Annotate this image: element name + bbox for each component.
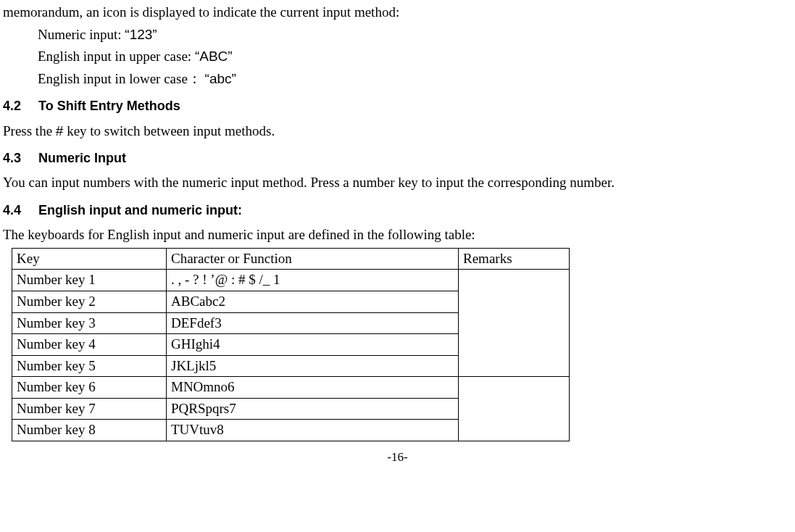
section-num: 4.3: [3, 149, 35, 167]
section-4-2-heading: 4.2 To Shift Entry Methods: [3, 97, 792, 115]
numeric-label: Numeric input:: [38, 27, 122, 42]
key-table: Key Character or Function Remarks Number…: [12, 248, 570, 441]
header-char: Character or Function: [167, 248, 459, 270]
cell-char: ABCabc2: [167, 291, 459, 312]
cell-char: . , - ? ! ’@ : # $ /_ 1: [167, 270, 459, 291]
document-page: memorandum, an icon is displayed to indi…: [3, 3, 792, 466]
cell-remarks: [459, 270, 570, 377]
header-key: Key: [12, 248, 167, 270]
lower-input-line: English input in lower case： “abc”: [3, 70, 792, 89]
cell-key: Number key 2: [12, 291, 167, 312]
upper-label: English input in upper case:: [38, 49, 191, 64]
section-title: English input and numeric input:: [38, 203, 242, 217]
cell-key: Number key 8: [12, 420, 167, 441]
table-row: Number key 1 . , - ? ! ’@ : # $ /_ 1: [12, 270, 570, 291]
section-4-3-heading: 4.3 Numeric Input: [3, 149, 792, 167]
section-4-2-body: Press the # key to switch between input …: [3, 122, 792, 141]
section-title: Numeric Input: [38, 151, 126, 165]
cell-key: Number key 3: [12, 312, 167, 334]
cell-char: GHIghi4: [167, 334, 459, 356]
cell-key: Number key 5: [12, 355, 167, 377]
cell-char: JKLjkl5: [167, 355, 459, 377]
upper-input-line: English input in upper case: “ABC”: [3, 47, 792, 67]
hash-key: #: [56, 123, 64, 138]
section-num: 4.2: [3, 97, 35, 115]
header-remarks: Remarks: [459, 248, 570, 270]
table-header-row: Key Character or Function Remarks: [12, 248, 570, 270]
page-number: -16-: [3, 449, 792, 466]
cell-char: DEFdef3: [167, 312, 459, 334]
cell-char: MNOmno6: [167, 377, 459, 399]
cell-key: Number key 6: [12, 377, 167, 399]
table-row: Number key 6 MNOmno6: [12, 377, 570, 399]
section-num: 4.4: [3, 201, 35, 220]
numeric-value: “123”: [125, 27, 157, 42]
cell-key: Number key 7: [12, 398, 167, 420]
section-title: To Shift Entry Methods: [38, 99, 180, 113]
body-text: Press the: [3, 123, 56, 138]
numeric-input-line: Numeric input: “123”: [3, 25, 792, 45]
cell-char: TUVtuv8: [167, 420, 459, 441]
cell-key: Number key 4: [12, 334, 167, 356]
lower-value: “abc”: [205, 71, 236, 86]
section-4-3-body: You can input numbers with the numeric i…: [3, 173, 792, 193]
section-4-4-body: The keyboards for English input and nume…: [3, 225, 792, 245]
section-4-4-heading: 4.4 English input and numeric input:: [3, 201, 792, 220]
upper-value: “ABC”: [195, 49, 233, 64]
lower-label: English input in lower case：: [38, 71, 201, 86]
cell-char: PQRSpqrs7: [167, 398, 459, 420]
body-text: key to switch between input methods.: [63, 123, 275, 138]
cell-key: Number key 1: [12, 270, 167, 291]
cell-remarks: [459, 377, 570, 441]
intro-line: memorandum, an icon is displayed to indi…: [3, 3, 792, 22]
